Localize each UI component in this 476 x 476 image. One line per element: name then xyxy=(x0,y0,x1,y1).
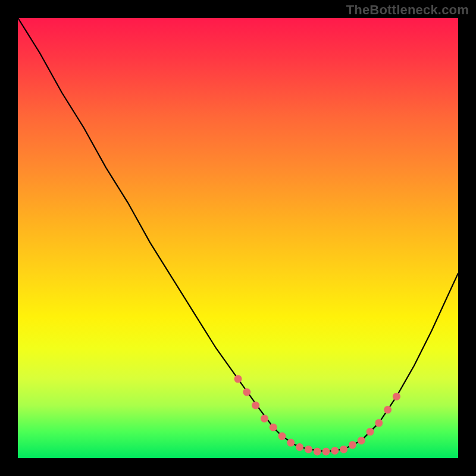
curve-marker xyxy=(322,447,330,455)
curve-marker xyxy=(367,428,374,436)
curve-marker xyxy=(305,446,312,453)
plot-overlay xyxy=(18,18,458,458)
curve-marker xyxy=(384,406,392,414)
chart-container: TheBottleneck.com xyxy=(0,0,476,476)
watermark-text: TheBottleneck.com xyxy=(346,2,469,18)
curve-marker xyxy=(278,433,286,440)
curve-marker xyxy=(375,419,383,427)
curve-marker xyxy=(296,443,303,451)
curve-marker xyxy=(252,402,259,409)
curve-marker xyxy=(393,393,400,400)
curve-marker xyxy=(340,446,347,453)
curve-marker xyxy=(358,437,365,444)
curve-markers xyxy=(234,375,400,455)
curve-marker xyxy=(349,441,356,449)
bottleneck-curve xyxy=(18,18,458,452)
curve-marker xyxy=(287,439,295,447)
curve-marker xyxy=(261,415,268,422)
curve-marker xyxy=(234,375,242,383)
curve-marker xyxy=(270,424,277,431)
curve-marker xyxy=(243,389,250,396)
curve-marker xyxy=(314,447,321,455)
curve-marker xyxy=(331,447,339,455)
